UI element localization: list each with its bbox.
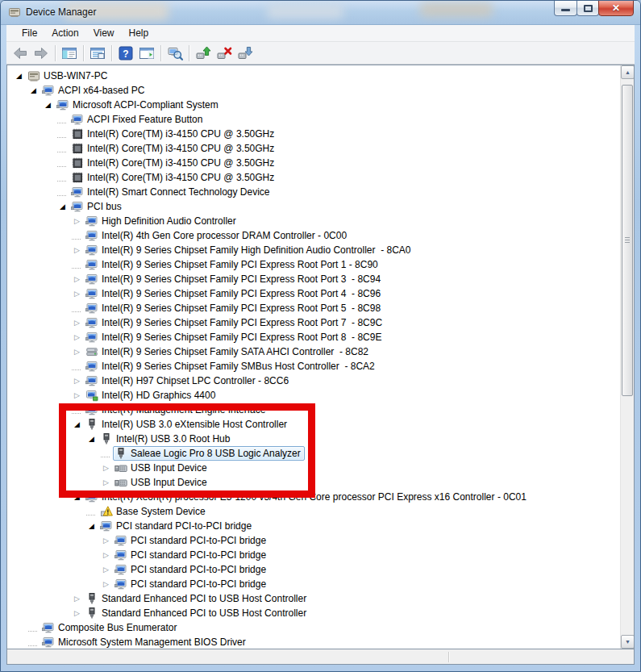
expander-collapsed-icon[interactable]: ▷ <box>70 315 84 330</box>
scrollbar-thumb[interactable] <box>622 85 633 396</box>
scrollbar-down-button[interactable]: ▼ <box>621 635 635 649</box>
tree-item-label: Intel(R) HD Graphics 4400 <box>102 388 215 403</box>
tree-item: ACPI Fixed Feature Button <box>7 112 620 127</box>
expander-expanded-icon[interactable]: ◢ <box>27 83 40 98</box>
expander-collapsed-icon[interactable]: ▷ <box>99 533 113 548</box>
tree-item-content[interactable]: Intel(R) 9 Series Chipset Family SMBus H… <box>84 359 379 374</box>
tree-item-content[interactable]: PCI standard PCI-to-PCI bridge <box>113 533 270 548</box>
tree-item-content[interactable]: Standard Enhanced PCI to USB Host Contro… <box>84 606 310 620</box>
tree-item-label: Intel(R) Smart Connect Technology Device <box>87 185 270 199</box>
menu-help[interactable]: Help <box>122 26 156 40</box>
tree-item-content[interactable]: Intel(R) 9 Series Chipset Family SATA AH… <box>84 344 373 359</box>
tree-item-content[interactable]: Intel(R) Core(TM) i3-4150 CPU @ 3.50GHz <box>69 156 278 170</box>
properties-button[interactable] <box>87 44 108 63</box>
tree-item-selected[interactable]: Saleae Logic Pro 8 USB Logic Analyzer <box>113 446 305 461</box>
expander-collapsed-icon[interactable]: ▷ <box>99 577 113 591</box>
expander-expanded-icon[interactable]: ◢ <box>56 199 69 214</box>
tree-item-content[interactable]: Microsoft ACPI-Compliant System <box>55 98 223 112</box>
tree-item-content[interactable]: Intel(R) 9 Series Chipset Family PCI Exp… <box>84 301 385 315</box>
tree-item-content[interactable]: Intel(R) 9 Series Chipset Family PCI Exp… <box>84 315 386 330</box>
scan-for-hardware-changes-button[interactable] <box>164 44 185 63</box>
tree-item-content[interactable]: Base System Device <box>98 504 210 519</box>
tree-item-content[interactable]: Intel(R) Xeon(R) processor E3-1200 v3/4t… <box>84 490 531 504</box>
expander-collapsed-icon[interactable]: ▷ <box>70 591 84 606</box>
tree-item: Microsoft System Management BIOS Driver <box>7 635 620 649</box>
menu-action[interactable]: Action <box>44 26 85 40</box>
tree-item-content[interactable]: Intel(R) Core(TM) i3-4150 CPU @ 3.50GHz <box>69 141 278 156</box>
system-device-icon <box>85 258 98 271</box>
tree-item-content[interactable]: Intel(R) USB 3.0 Root Hub <box>98 432 234 446</box>
forward-button[interactable] <box>31 44 52 63</box>
tree-item: ▷Intel(R) 9 Series Chipset Family PCI Ex… <box>7 315 620 330</box>
tree-item-content[interactable]: Intel(R) Management Engine Interface <box>84 403 269 417</box>
tree-item-content[interactable]: High Definition Audio Controller <box>84 214 240 228</box>
tree-item-content[interactable]: PCI standard PCI-to-PCI bridge <box>113 548 270 562</box>
expander-expanded-icon[interactable]: ◢ <box>41 98 55 112</box>
expander-expanded-icon[interactable]: ◢ <box>70 417 84 432</box>
expander-collapsed-icon[interactable]: ▷ <box>70 243 84 257</box>
tree-item-content[interactable]: Composite Bus Enumerator <box>40 620 181 635</box>
expander-collapsed-icon[interactable]: ▷ <box>99 475 113 490</box>
tree-item-content[interactable]: PCI bus <box>69 199 126 214</box>
tree-item-content[interactable]: Intel(R) 9 Series Chipset Family PCI Exp… <box>84 286 385 301</box>
expander-collapsed-icon[interactable]: ▷ <box>99 562 113 577</box>
expander-collapsed-icon[interactable]: ▷ <box>99 461 113 475</box>
menu-file[interactable]: File <box>15 26 44 40</box>
scan-hardware-button[interactable] <box>235 44 256 63</box>
expander-collapsed-icon[interactable]: ▷ <box>70 606 84 620</box>
tree-item-content[interactable]: Intel(R) Core(TM) i3-4150 CPU @ 3.50GHz <box>69 170 278 185</box>
tree-item-content[interactable]: USB-WIN7-PC <box>26 69 111 83</box>
expander-collapsed-icon[interactable]: ▷ <box>70 344 84 359</box>
tree-item-content[interactable]: Intel(R) 9 Series Chipset Family PCI Exp… <box>84 272 385 286</box>
tree-item-content[interactable]: ACPI x64-based PC <box>40 83 148 98</box>
tree-item-content[interactable]: PCI standard PCI-to-PCI bridge <box>98 519 256 533</box>
tree-item-content[interactable]: ACPI Fixed Feature Button <box>69 112 206 127</box>
close-button[interactable]: ✕ <box>598 1 634 16</box>
tree-item-content[interactable]: Intel(R) 9 Series Chipset Family PCI Exp… <box>84 257 382 272</box>
tree-item-content[interactable]: Intel(R) 4th Gen Core processor DRAM Con… <box>84 228 351 243</box>
expander-collapsed-icon[interactable]: ▷ <box>99 548 113 562</box>
expander-collapsed-icon[interactable]: ▷ <box>70 330 84 344</box>
tree-item-content[interactable]: USB Input Device <box>113 461 211 475</box>
tree-connector <box>70 362 84 370</box>
tree-item: ▷Intel(R) 9 Series Chipset Family SATA A… <box>7 344 620 359</box>
tree-item-content[interactable]: PCI standard PCI-to-PCI bridge <box>113 562 270 577</box>
expander-expanded-icon[interactable]: ◢ <box>85 519 98 533</box>
title-bar[interactable]: Device Manager ✕ <box>1 1 640 25</box>
tree-item-content[interactable]: Intel(R) USB 3.0 eXtensible Host Control… <box>84 417 291 432</box>
help-button[interactable]: ? <box>115 44 136 63</box>
tree-item-label: USB Input Device <box>131 461 207 475</box>
menu-view[interactable]: View <box>86 26 122 40</box>
back-button[interactable] <box>10 44 31 63</box>
expander-collapsed-icon[interactable]: ▷ <box>70 214 84 228</box>
usb-icon <box>85 607 98 620</box>
tree-item-content[interactable]: Standard Enhanced PCI to USB Host Contro… <box>84 591 310 606</box>
tree-item-content[interactable]: Intel(R) 9 Series Chipset Family High De… <box>84 243 415 257</box>
show-console-tree-button[interactable] <box>59 44 80 63</box>
expander-expanded-icon[interactable]: ◢ <box>12 69 26 83</box>
minimize-button[interactable] <box>554 1 577 16</box>
expander-expanded-icon[interactable]: ◢ <box>85 432 98 446</box>
maximize-button[interactable] <box>576 1 599 16</box>
system-device-icon <box>114 563 127 576</box>
tree-item-content[interactable]: PCI standard PCI-to-PCI bridge <box>113 577 270 591</box>
show-action-pane-button[interactable] <box>136 44 157 63</box>
tree-item-content[interactable]: Microsoft System Management BIOS Driver <box>40 635 250 649</box>
tree-item-content[interactable]: Intel(R) Smart Connect Technology Device <box>69 185 274 199</box>
tree-item-content[interactable]: Intel(R) HD Graphics 4400 <box>84 388 219 403</box>
expander-collapsed-icon[interactable]: ▷ <box>70 388 84 403</box>
vertical-scrollbar[interactable]: ▲ ▼ <box>620 65 634 649</box>
tree-item-content[interactable]: Intel(R) 9 Series Chipset Family PCI Exp… <box>84 330 385 344</box>
tree-item-content[interactable]: Intel(R) Core(TM) i3-4150 CPU @ 3.50GHz <box>69 127 278 141</box>
expander-collapsed-icon[interactable]: ▷ <box>70 286 84 301</box>
expander-collapsed-icon[interactable]: ▷ <box>70 272 84 286</box>
update-driver-software-button[interactable] <box>193 44 214 63</box>
expander-collapsed-icon[interactable]: ▷ <box>70 374 84 388</box>
tree-item-content[interactable]: Intel(R) H97 Chipset LPC Controller - 8C… <box>84 374 293 388</box>
uninstall-button[interactable] <box>214 44 235 63</box>
tree-item-content[interactable]: USB Input Device <box>113 475 211 490</box>
scrollbar-up-button[interactable]: ▲ <box>621 65 635 79</box>
expander-expanded-icon[interactable]: ◢ <box>70 490 84 504</box>
storage-icon <box>85 345 98 358</box>
system-device-icon <box>42 636 55 649</box>
